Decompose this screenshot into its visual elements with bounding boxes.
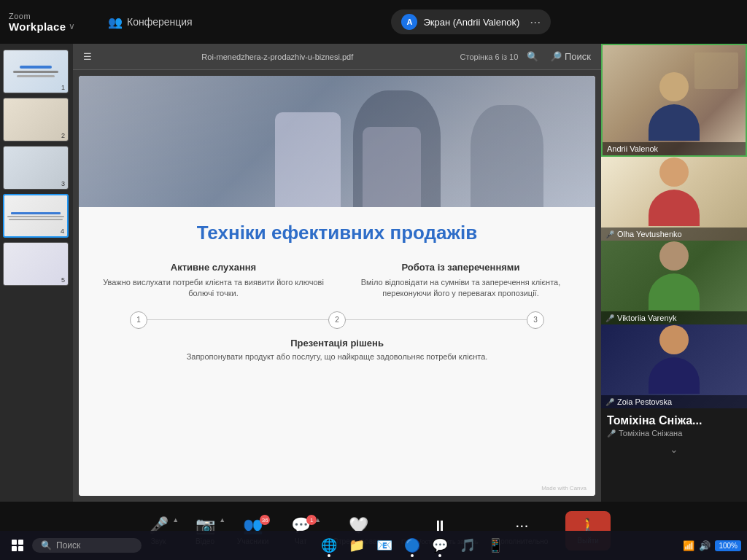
app-active-dot-zoom <box>438 554 441 557</box>
watermark: Made with Canva <box>541 485 587 491</box>
slide-thumb-3[interactable]: 3 <box>3 146 69 190</box>
windows-taskbar: 🔍 Поиск 🌐 📁 📧 🔵 💬 🎵 📱 📶 🔊 1 <box>0 531 747 560</box>
step-3: 3 <box>527 311 544 329</box>
slide-num-1: 1 <box>61 84 65 91</box>
windows-start-button[interactable] <box>6 534 29 557</box>
zoom-dropdown-arrow[interactable]: ∨ <box>69 21 75 31</box>
participant-card-viktoriia: 🎤 Viktoriia Varenyk <box>601 241 747 324</box>
top-bar: Zoom Workplace ∨ 👥 Конференция A Экран (… <box>0 0 747 44</box>
participant-video-andrii <box>603 45 746 155</box>
zoom-logo: Zoom Workplace ∨ <box>9 12 96 33</box>
tray-network-icon[interactable]: 📶 <box>683 540 694 551</box>
slide-col-2: Робота із запереченнями Вміло відповідат… <box>348 262 573 300</box>
olha-body <box>649 190 700 226</box>
andrii-name: Andrii Valenok <box>607 144 658 153</box>
conference-section[interactable]: 👥 Конференция <box>108 15 193 29</box>
viktoriia-muted-icon: 🎤 <box>605 314 614 322</box>
viktoriia-label: 🎤 Viktoriia Varenyk <box>601 311 747 324</box>
name-sub-text: Томіхіна Сніжана <box>619 429 682 438</box>
search-text: Поиск <box>56 540 80 551</box>
app-active-dot-chrome <box>411 554 414 557</box>
search-icon: 🔍 <box>41 540 52 551</box>
taskbar-app-zoom[interactable]: 💬 <box>427 532 453 559</box>
zoia-body <box>649 357 700 394</box>
system-tray: 📶 🔊 100% <box>683 540 741 551</box>
viktoriia-shape <box>649 241 700 310</box>
taskbar-apps: 🌐 📁 📧 🔵 💬 🎵 📱 <box>144 532 680 559</box>
more-options-icon[interactable]: ··· <box>530 15 541 30</box>
step-line-1 <box>147 319 328 320</box>
slide-bottom: Презентація рішень Запропонувати продукт… <box>101 338 573 362</box>
video-arrow[interactable]: ▲ <box>219 516 225 524</box>
zoia-shape <box>649 325 700 394</box>
pdf-page-info: Сторінка 6 із 10 <box>460 52 519 61</box>
olha-label: 🎤 Olha Yevtushenko <box>601 228 747 241</box>
olha-muted-icon: 🎤 <box>605 230 614 238</box>
slide-thumb-1[interactable]: 1 <box>3 50 69 93</box>
mic-arrow[interactable]: ▲ <box>172 516 179 524</box>
col2-title: Робота із запереченнями <box>348 262 573 273</box>
slide-thumb-2[interactable]: 2 <box>3 98 69 141</box>
slide-thumb-5[interactable]: 5 <box>3 242 69 286</box>
slide-steps: 1 2 3 <box>101 311 573 329</box>
olha-shape <box>649 158 700 226</box>
screen-share-avatar: A <box>401 14 417 30</box>
zoia-name: Zoia Pestovska <box>617 397 672 406</box>
taskbar-app-explorer[interactable]: 📁 <box>344 532 370 559</box>
slide-title: Техніки ефективних продажів <box>101 222 573 244</box>
slide-thumb-4[interactable]: 4 <box>3 194 69 238</box>
battery-percent: 100% <box>715 540 741 551</box>
screen-share-pill[interactable]: A Экран (Andrii Valenok) ··· <box>391 9 551 34</box>
step-1: 1 <box>130 311 147 329</box>
taskbar-app-settings[interactable]: 📱 <box>482 532 508 559</box>
conference-icon: 👥 <box>108 15 123 29</box>
zoia-label: 🎤 Zoia Pestovska <box>601 395 747 408</box>
slide-text-area: Техніки ефективних продажів Активне слух… <box>79 207 595 496</box>
col2-body: Вміло відповідати на сумніви та заперече… <box>348 277 573 300</box>
taskbar-app-search[interactable]: 🎵 <box>454 532 481 559</box>
andrii-label: Andrii Valenok <box>603 142 746 155</box>
pdf-toolbar: ☰ Roi-menedzhera-z-prodazhiv-u-biznesi.p… <box>73 44 601 70</box>
participant-card-olha: 🎤 Olha Yevtushenko <box>601 157 747 241</box>
slide-photo <box>79 76 595 207</box>
slide-num-3: 3 <box>61 180 65 187</box>
zoia-head <box>659 325 689 354</box>
name-main: Томіхіна Сніжа... <box>607 414 741 427</box>
slide-panel: 1 2 3 4 5 <box>0 44 73 502</box>
slide-num-4: 4 <box>61 228 64 235</box>
andrii-head <box>659 72 689 101</box>
pdf-search-btn[interactable]: 🔎 Поиск <box>547 50 594 63</box>
slide-col-1: Активне слухання Уважно вислухати потреб… <box>101 262 326 300</box>
pdf-back-btn[interactable]: ☰ <box>80 50 95 63</box>
person-shape-2 <box>471 105 543 207</box>
andrii-body <box>649 104 700 141</box>
scroll-down[interactable]: ⌄ <box>601 440 747 458</box>
viktoriia-head <box>659 241 689 271</box>
pdf-viewer: ☰ Roi-menedzhera-z-prodazhiv-u-biznesi.p… <box>73 44 601 502</box>
slide-columns: Активне слухання Уважно вислухати потреб… <box>101 262 573 300</box>
app-active-dot <box>328 554 330 557</box>
taskbar-app-mail[interactable]: 📧 <box>371 532 398 559</box>
chat-arrow[interactable]: ▲ <box>314 516 321 524</box>
participant-card-zoia: 🎤 Zoia Pestovska <box>601 324 747 408</box>
conference-label: Конференция <box>127 16 193 28</box>
slide-num-5: 5 <box>61 276 65 284</box>
pdf-filename: Roi-menedzhera-z-prodazhiv-u-biznesi.pdf <box>101 52 454 61</box>
zoia-muted-icon: 🎤 <box>605 398 614 406</box>
slide-num-2: 2 <box>61 132 65 139</box>
workplace-text: Workplace <box>9 20 66 33</box>
col1-body: Уважно вислухати потреби клієнта та вияв… <box>101 277 326 300</box>
bottom-title: Презентація рішень <box>101 338 573 349</box>
pdf-zoom-btn[interactable]: 🔍 <box>524 50 541 63</box>
step-2: 2 <box>328 311 346 329</box>
taskbar-app-chrome[interactable]: 🔵 <box>399 532 425 559</box>
participant-card-andrii: Andrii Valenok <box>601 44 747 157</box>
taskbar-app-edge[interactable]: 🌐 <box>316 532 342 559</box>
olha-head <box>659 158 689 187</box>
bottom-body: Запропонувати продукт або послугу, що на… <box>101 351 573 362</box>
sub-muted-icon: 🎤 <box>607 429 616 438</box>
name-display: Томіхіна Сніжа... 🎤 Томіхіна Сніжана <box>601 408 747 440</box>
windows-logo <box>12 540 23 551</box>
windows-search[interactable]: 🔍 Поиск <box>32 538 142 553</box>
tray-sound-icon[interactable]: 🔊 <box>699 540 711 551</box>
